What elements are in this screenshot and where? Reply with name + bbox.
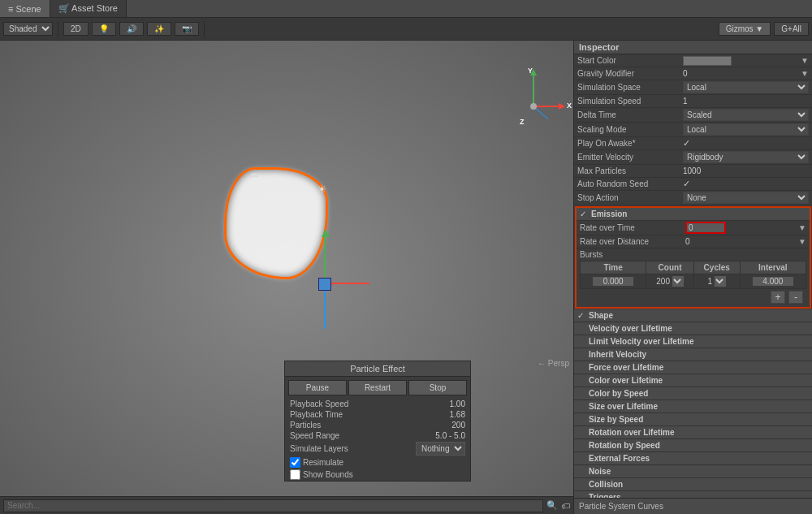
burst-interval-input[interactable]: [753, 277, 793, 286]
show-bounds-label: Show Bounds: [303, 470, 465, 479]
rate-over-distance-key: Rate over Distance: [580, 237, 685, 246]
simulate-layers-select[interactable]: Nothing: [416, 442, 465, 456]
inspector-body: Start Color ▼ Gravity Modifier 0 ▼ Simul…: [574, 54, 812, 498]
rotation-lifetime-module[interactable]: Rotation over Lifetime: [574, 426, 812, 439]
scene-background: Y X Z ← Persp ☀ ☁: [0, 41, 573, 514]
resimulate-checkbox[interactable]: [290, 457, 300, 468]
audio-button[interactable]: 🔊: [119, 22, 144, 36]
burst-count-cell: 200 ▼: [646, 274, 694, 289]
shape-checkbox[interactable]: ✓: [577, 311, 589, 320]
auto-random-seed-check: ✓: [683, 179, 690, 189]
stop-action-select[interactable]: None: [683, 192, 809, 204]
scaling-mode-select[interactable]: Local: [683, 123, 809, 136]
emission-label: Emission: [591, 209, 627, 218]
rate-over-time-input[interactable]: [685, 222, 726, 234]
2d-button[interactable]: 2D: [63, 22, 89, 36]
asset-store-tab[interactable]: 🛒 Asset Store: [50, 0, 127, 17]
noise-label: Noise: [589, 467, 611, 476]
particles-row: Particles 200: [285, 420, 470, 430]
inherit-velocity-module[interactable]: Inherit Velocity: [574, 348, 812, 361]
scene-tab[interactable]: ≡ Scene: [0, 0, 50, 17]
simulate-layers-row: Simulate Layers Nothing: [285, 441, 470, 456]
particles-label: Particles: [290, 421, 451, 430]
auto-random-seed-row: Auto Random Seed ✓: [574, 178, 812, 191]
limit-velocity-module[interactable]: Limit Velocity over Lifetime: [574, 335, 812, 348]
force-lifetime-module[interactable]: Force over Lifetime: [574, 361, 812, 374]
burst-add-button[interactable]: +: [771, 291, 785, 304]
limit-velocity-label: Limit Velocity over Lifetime: [589, 337, 693, 346]
rate-over-distance-val: 0: [685, 237, 798, 246]
scaling-mode-key: Scaling Mode: [577, 125, 683, 134]
effects-button[interactable]: ✨: [147, 22, 171, 36]
up-arrow-tip: [322, 229, 330, 237]
simulation-space-row: Simulation Space Local: [574, 80, 812, 95]
gravity-modifier-row: Gravity Modifier 0 ▼: [574, 67, 812, 80]
playback-time-value: 1.68: [450, 410, 465, 419]
scaling-mode-row: Scaling Mode Local: [574, 123, 812, 137]
burst-time-header: Time: [581, 261, 646, 274]
start-color-val: [683, 56, 801, 66]
search-input[interactable]: [3, 499, 543, 512]
start-color-key: Start Color: [577, 56, 683, 65]
simulation-space-select[interactable]: Local: [683, 81, 809, 93]
gizmo-x-axis: [533, 106, 561, 107]
inherit-velocity-label: Inherit Velocity: [589, 350, 646, 359]
emitter-velocity-key: Emitter Velocity: [577, 153, 683, 162]
play-on-awake-val: ✓: [683, 138, 809, 149]
gizmo-y-axis: [533, 73, 534, 106]
stop-button[interactable]: Stop: [408, 380, 467, 395]
up-arrow: [324, 235, 326, 280]
size-lifetime-module[interactable]: Size over Lifetime: [574, 400, 812, 413]
shape-module[interactable]: ✓ Shape: [574, 309, 812, 322]
cloud-outline: [224, 167, 328, 279]
noise-module[interactable]: Noise: [574, 465, 812, 478]
emitter-velocity-val: Rigidbody: [683, 151, 809, 163]
rate-over-distance-row: Rate over Distance 0 ▼: [577, 235, 810, 248]
collision-module[interactable]: Collision: [574, 478, 812, 491]
gizmo-widget: Y X Z: [508, 73, 565, 154]
gizmo-z-label: Z: [520, 118, 525, 126]
burst-cycles-select[interactable]: ▼: [715, 276, 726, 287]
size-speed-module[interactable]: Size by Speed: [574, 413, 812, 426]
external-forces-module[interactable]: External Forces: [574, 452, 812, 465]
triggers-module[interactable]: Triggers: [574, 491, 812, 498]
rate-dist-expand: ▼: [798, 237, 806, 246]
velocity-lifetime-module[interactable]: Velocity over Lifetime: [574, 322, 812, 335]
color-lifetime-label: Color over Lifetime: [589, 376, 663, 385]
emission-checkbox[interactable]: ✓: [580, 209, 591, 218]
external-forces-label: External Forces: [589, 454, 650, 463]
shading-select[interactable]: Shaded: [3, 22, 53, 36]
simulate-layers-label: Simulate Layers: [290, 444, 416, 453]
color-swatch[interactable]: [683, 56, 732, 66]
auto-random-seed-key: Auto Random Seed: [577, 179, 683, 188]
particle-panel-title: Particle Effect: [285, 361, 470, 377]
restart-button[interactable]: Restart: [348, 380, 407, 395]
scene-view[interactable]: Y X Z ← Persp ☀ ☁: [0, 41, 573, 514]
show-bounds-checkbox[interactable]: [290, 469, 300, 480]
burst-time-input[interactable]: [593, 277, 633, 286]
lights-button[interactable]: 💡: [92, 22, 116, 36]
playback-speed-row: Playback Speed 1.00: [285, 399, 470, 409]
pause-button[interactable]: Pause: [288, 380, 347, 395]
rate-over-time-key: Rate over Time: [580, 223, 685, 232]
burst-remove-button[interactable]: -: [788, 291, 803, 304]
emission-header[interactable]: ✓ Emission: [577, 208, 810, 221]
main-area: Y X Z ← Persp ☀ ☁: [0, 41, 812, 514]
sun-icon: ☀: [317, 183, 327, 196]
color-lifetime-module[interactable]: Color over Lifetime: [574, 374, 812, 387]
color-speed-module[interactable]: Color by Speed: [574, 387, 812, 400]
speed-range-value: 5.0 - 5.0: [435, 431, 465, 440]
search-icon: 🔍: [546, 500, 558, 511]
delta-time-select[interactable]: Scaled: [683, 109, 809, 121]
inspector-panel: Inspector Start Color ▼ Gravity Modifier…: [573, 41, 812, 514]
all-button[interactable]: G+All: [774, 22, 809, 36]
burst-time-cell: [581, 274, 646, 289]
size-lifetime-label: Size over Lifetime: [589, 402, 658, 411]
sep2: [204, 21, 205, 37]
camera-button[interactable]: 📷: [175, 22, 199, 36]
emitter-velocity-select[interactable]: Rigidbody: [683, 151, 809, 163]
burst-count-select[interactable]: ▼: [672, 276, 684, 287]
rotation-speed-module[interactable]: Rotation by Speed: [574, 439, 812, 452]
gizmos-button[interactable]: Gizmos ▼: [719, 22, 771, 36]
stop-action-row: Stop Action None: [574, 191, 812, 205]
